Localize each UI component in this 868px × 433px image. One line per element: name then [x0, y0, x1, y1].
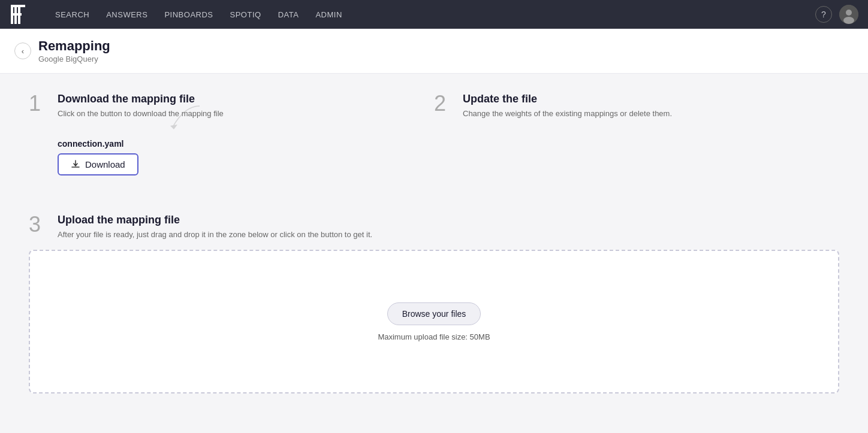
step-2-description: Change the weights of the existing mappi…	[463, 108, 839, 120]
download-section: connection.yaml Download	[29, 139, 434, 175]
steps-row: 1 Download the mapping file Click on the…	[29, 93, 839, 195]
nav-answers[interactable]: ANSWERS	[106, 10, 147, 19]
nav-admin[interactable]: ADMIN	[315, 10, 342, 19]
help-button[interactable]: ?	[815, 6, 832, 23]
step-1-description: Click on the button to download the mapp…	[58, 108, 434, 120]
step-3-description: After your file is ready, just drag and …	[58, 229, 839, 241]
download-button-label: Download	[85, 159, 125, 169]
browse-files-button[interactable]: Browse your files	[387, 302, 481, 325]
user-avatar[interactable]	[839, 5, 858, 24]
step-1-block: 1 Download the mapping file Click on the…	[29, 93, 434, 195]
page-subtitle: Google BigQuery	[38, 54, 110, 63]
step-1-content: Download the mapping file Click on the b…	[58, 93, 434, 120]
step-3-header: 3 Upload the mapping file After your fil…	[29, 214, 839, 241]
back-button[interactable]: ‹	[14, 43, 31, 59]
download-icon	[71, 159, 80, 169]
svg-point-6	[846, 10, 852, 16]
main-content: 1 Download the mapping file Click on the…	[0, 74, 868, 413]
step-2-content: Update the file Change the weights of th…	[463, 93, 839, 120]
page-title-group: Remapping Google BigQuery	[38, 38, 110, 63]
step-2-title: Update the file	[463, 93, 839, 105]
page-header: ‹ Remapping Google BigQuery	[0, 29, 868, 74]
nav-right: ?	[815, 5, 858, 24]
dropzone[interactable]: Browse your files Maximum upload file si…	[29, 250, 839, 393]
step-2-header: 2 Update the file Change the weights of …	[434, 93, 839, 120]
svg-rect-4	[11, 13, 22, 16]
nav-spotiq[interactable]: SPOTIQ	[230, 10, 261, 19]
step-3-title: Upload the mapping file	[58, 214, 839, 226]
svg-marker-8	[170, 125, 177, 129]
top-nav: SEARCH ANSWERS PINBOARDS SPOTIQ DATA ADM…	[0, 0, 868, 29]
nav-pinboards[interactable]: PINBOARDS	[164, 10, 213, 19]
arrow-decoration	[167, 103, 203, 133]
step-2-number: 2	[434, 93, 453, 114]
nav-search[interactable]: SEARCH	[55, 10, 89, 19]
step-3-content: Upload the mapping file After your file …	[58, 214, 839, 241]
file-label: connection.yaml	[58, 139, 434, 149]
logo[interactable]	[10, 4, 31, 25]
svg-point-7	[843, 17, 854, 24]
nav-links: SEARCH ANSWERS PINBOARDS SPOTIQ DATA ADM…	[55, 10, 801, 19]
upload-hint: Maximum upload file size: 50MB	[378, 332, 490, 341]
page-title: Remapping	[38, 38, 110, 54]
step-1-number: 1	[29, 93, 48, 114]
step-1-title: Download the mapping file	[58, 93, 434, 105]
step-3-number: 3	[29, 214, 48, 235]
download-button[interactable]: Download	[58, 153, 138, 175]
nav-data[interactable]: DATA	[278, 10, 299, 19]
svg-rect-3	[11, 5, 25, 7]
step-1-header: 1 Download the mapping file Click on the…	[29, 93, 434, 120]
step-2-block: 2 Update the file Change the weights of …	[434, 93, 839, 195]
